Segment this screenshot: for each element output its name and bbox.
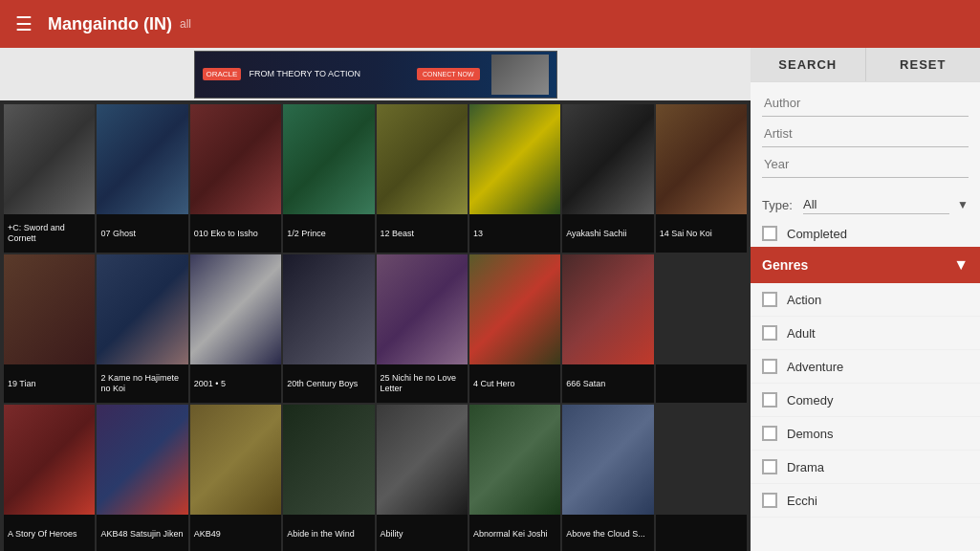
ad-cta[interactable]: CONNECT NOW xyxy=(417,68,480,80)
manga-title: 14 Sai No Koi xyxy=(656,214,747,253)
ad-banner[interactable]: ORACLE FROM THEORY TO ACTION CONNECT NOW xyxy=(0,48,751,100)
manga-title: 12 Beast xyxy=(377,214,468,253)
filter-section xyxy=(751,82,980,189)
completed-row[interactable]: Completed xyxy=(751,220,980,247)
type-select[interactable]: All Manga Manhwa Manhua One-shot Doujins… xyxy=(803,195,949,214)
adventure-label: Adventure xyxy=(787,360,843,374)
manga-card[interactable]: 666 Satan xyxy=(562,254,653,403)
manga-title: +C: Sword and Cornett xyxy=(4,214,95,253)
manga-title: Abnormal Kei Joshi xyxy=(469,515,560,551)
drama-label: Drama xyxy=(787,460,824,474)
manga-card[interactable]: 14 Sai No Koi xyxy=(656,104,747,253)
genre-item-drama[interactable]: Drama xyxy=(751,451,980,484)
manga-title: 4 Cut Hero xyxy=(469,364,560,403)
header: ☰ Mangaindo (IN) all xyxy=(0,0,980,48)
manga-title xyxy=(656,364,747,403)
comedy-label: Comedy xyxy=(787,393,833,408)
type-row: Type: All Manga Manhwa Manhua One-shot D… xyxy=(751,189,980,220)
ecchi-label: Ecchi xyxy=(787,494,817,508)
manga-title xyxy=(656,515,747,551)
manga-grid: +C: Sword and Cornett 07 Ghost 010 Eko t… xyxy=(0,100,751,551)
genres-header[interactable]: Genres ▼ xyxy=(751,247,980,283)
manga-card[interactable]: Ayakashi Sachii xyxy=(562,104,653,253)
manga-title: 010 Eko to Issho xyxy=(190,214,281,253)
genre-item-adult[interactable]: Adult xyxy=(751,317,980,350)
manga-card[interactable]: 13 xyxy=(469,104,560,253)
manga-card[interactable]: Abide in the Wind xyxy=(283,405,374,551)
genre-item-adventure[interactable]: Adventure xyxy=(751,350,980,384)
manga-card[interactable]: Ability xyxy=(377,405,468,551)
site-subtitle: all xyxy=(180,17,191,31)
manga-title: 1/2 Prince xyxy=(283,214,374,253)
manga-title: 2 Kame no Hajimete no Koi xyxy=(97,364,187,403)
genre-item-comedy[interactable]: Comedy xyxy=(751,384,980,417)
manga-card[interactable]: 2001 • 5 xyxy=(190,254,281,403)
manga-card[interactable]: 1/2 Prince xyxy=(283,104,374,253)
manga-title: 20th Century Boys xyxy=(283,364,374,403)
artist-input[interactable] xyxy=(762,121,969,147)
search-button[interactable]: SEARCH xyxy=(751,48,866,81)
manga-card[interactable]: Above the Cloud S... xyxy=(562,405,653,551)
reset-button[interactable]: RESET xyxy=(866,48,981,81)
action-checkbox[interactable] xyxy=(762,292,777,307)
manga-title: 07 Ghost xyxy=(97,214,187,253)
ad-text: FROM THEORY TO ACTION xyxy=(249,68,360,80)
demons-checkbox[interactable] xyxy=(762,426,777,441)
genre-item-ecchi[interactable]: Ecchi xyxy=(751,484,980,518)
manga-title: Abide in the Wind xyxy=(283,515,374,551)
manga-card[interactable]: 2 Kame no Hajimete no Koi xyxy=(97,254,187,403)
manga-card[interactable]: AKB48 Satsujin Jiken xyxy=(97,405,187,551)
manga-card[interactable] xyxy=(656,405,747,551)
manga-title: 666 Satan xyxy=(562,364,653,403)
manga-title: 19 Tian xyxy=(4,364,95,403)
manga-card[interactable]: 19 Tian xyxy=(4,254,95,403)
adventure-checkbox[interactable] xyxy=(762,359,777,374)
right-panel: SEARCH RESET Type: All Manga Manhwa Manh… xyxy=(751,48,980,551)
ad-logo: ORACLE xyxy=(203,68,242,80)
site-title: Mangaindo (IN) xyxy=(48,14,172,34)
manga-card[interactable] xyxy=(656,254,747,403)
manga-title: Above the Cloud S... xyxy=(562,515,653,551)
type-label: Type: xyxy=(762,198,795,212)
manga-title: 25 Nichi he no Love Letter xyxy=(377,364,468,403)
genre-item-demons[interactable]: Demons xyxy=(751,417,980,451)
adult-checkbox[interactable] xyxy=(762,325,777,341)
hamburger-icon[interactable]: ☰ xyxy=(15,12,33,35)
type-chevron-icon: ▼ xyxy=(957,198,969,211)
manga-title: 2001 • 5 xyxy=(190,364,281,403)
author-input[interactable] xyxy=(762,90,969,117)
manga-title: A Story Of Heroes xyxy=(4,515,95,551)
manga-card[interactable]: 12 Beast xyxy=(377,104,468,253)
genres-chevron-icon: ▼ xyxy=(953,256,969,274)
ad-image xyxy=(491,55,549,95)
manga-card[interactable]: AKB49 xyxy=(190,405,281,551)
manga-card[interactable]: 010 Eko to Issho xyxy=(190,104,281,253)
manga-title: Ability xyxy=(377,515,468,551)
adult-label: Adult xyxy=(787,326,816,341)
manga-card[interactable]: Abnormal Kei Joshi xyxy=(469,405,560,551)
manga-card[interactable]: 25 Nichi he no Love Letter xyxy=(377,254,468,403)
comedy-checkbox[interactable] xyxy=(762,392,777,408)
manga-card[interactable]: A Story Of Heroes xyxy=(4,405,95,551)
genres-title: Genres xyxy=(762,257,808,273)
manga-card[interactable]: 07 Ghost xyxy=(97,104,187,253)
drama-checkbox[interactable] xyxy=(762,459,777,474)
action-label: Action xyxy=(787,293,821,307)
main-layout: ORACLE FROM THEORY TO ACTION CONNECT NOW… xyxy=(0,48,980,551)
ecchi-checkbox[interactable] xyxy=(762,493,777,508)
manga-card[interactable]: 20th Century Boys xyxy=(283,254,374,403)
completed-label: Completed xyxy=(787,227,847,241)
demons-label: Demons xyxy=(787,427,833,441)
manga-title: AKB49 xyxy=(190,515,281,551)
year-input[interactable] xyxy=(762,151,969,178)
content-area: ORACLE FROM THEORY TO ACTION CONNECT NOW… xyxy=(0,48,751,551)
manga-card[interactable]: +C: Sword and Cornett xyxy=(4,104,95,253)
completed-checkbox[interactable] xyxy=(762,226,777,241)
manga-title: 13 xyxy=(469,214,560,253)
panel-buttons: SEARCH RESET xyxy=(751,48,980,82)
genre-item-action[interactable]: Action xyxy=(751,283,980,317)
manga-title: Ayakashi Sachii xyxy=(562,214,653,253)
manga-title: AKB48 Satsujin Jiken xyxy=(97,515,187,551)
manga-card[interactable]: 4 Cut Hero xyxy=(469,254,560,403)
